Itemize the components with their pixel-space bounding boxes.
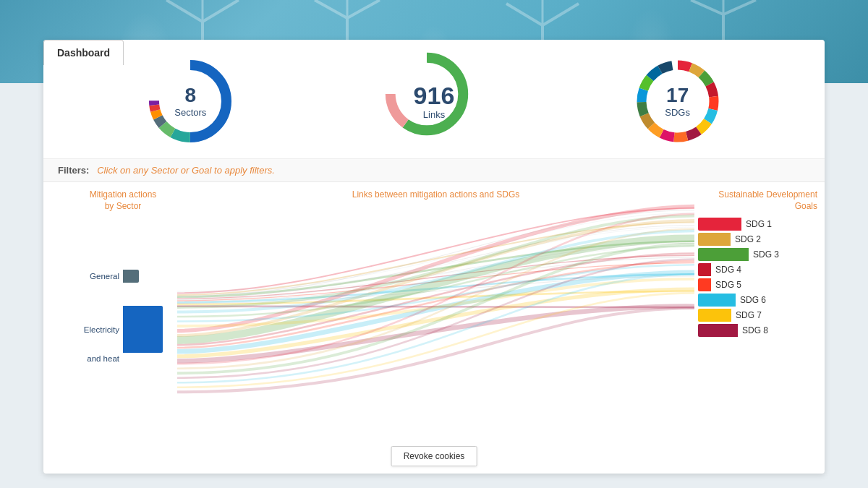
sdgs-label: SDGs bbox=[665, 106, 690, 117]
svg-line-1 bbox=[166, 0, 203, 22]
sdg-4[interactable]: SDG 4 bbox=[694, 263, 825, 276]
svg-line-10 bbox=[542, 4, 579, 25]
filters-label: Filters: bbox=[58, 165, 89, 176]
sectors-number: 8 bbox=[174, 85, 206, 105]
dashboard-tab-label: Dashboard bbox=[57, 47, 110, 59]
sector-electricity[interactable]: Electricity and heat bbox=[54, 306, 177, 363]
svg-line-9 bbox=[506, 4, 542, 25]
sector-list: General Electricity and heat bbox=[54, 270, 177, 363]
sdg-1[interactable]: SDG 1 bbox=[694, 218, 825, 231]
svg-line-14 bbox=[723, 0, 756, 14]
sankey-right-title: Sustainable Development Goals bbox=[694, 189, 825, 212]
sankey-middle: Links between mitigation actions and SDG… bbox=[177, 189, 694, 453]
sector-general[interactable]: General bbox=[54, 270, 177, 283]
sdg-6[interactable]: SDG 6 bbox=[694, 294, 825, 307]
sdg-5[interactable]: SDG 5 bbox=[694, 278, 825, 291]
sdgs-donut[interactable]: 17 SDGs bbox=[631, 54, 725, 148]
main-card: 8 Sectors 916 Links bbox=[43, 40, 825, 474]
sankey-area: Mitigation actions by Sector General Ele… bbox=[43, 182, 825, 453]
links-number: 916 bbox=[414, 82, 455, 107]
links-donut[interactable]: 916 Links bbox=[380, 47, 488, 155]
svg-line-5 bbox=[315, 0, 347, 18]
stats-row: 8 Sectors 916 Links bbox=[43, 40, 825, 159]
filters-hint: Click on any Sector or Goal to apply fil… bbox=[97, 165, 275, 176]
sankey-right: Sustainable Development Goals SDG 1 SDG … bbox=[694, 189, 825, 453]
dashboard-tab[interactable]: Dashboard bbox=[43, 40, 124, 65]
sdgs-number: 17 bbox=[665, 85, 690, 105]
sankey-left: Mitigation actions by Sector General Ele… bbox=[43, 189, 177, 453]
svg-line-6 bbox=[347, 0, 380, 18]
sankey-flows bbox=[177, 189, 694, 453]
sector-bar-general bbox=[123, 270, 139, 283]
sectors-label: Sectors bbox=[174, 106, 206, 117]
sankey-left-title: Mitigation actions by Sector bbox=[54, 189, 177, 212]
sdg-7[interactable]: SDG 7 bbox=[694, 309, 825, 322]
links-label: Links bbox=[414, 108, 455, 119]
sector-bar-electricity bbox=[123, 306, 163, 353]
sectors-donut[interactable]: 8 Sectors bbox=[143, 54, 237, 148]
sdg-3[interactable]: SDG 3 bbox=[694, 248, 825, 261]
svg-line-13 bbox=[691, 0, 723, 14]
revoke-cookies-button[interactable]: Revoke cookies bbox=[391, 446, 477, 466]
sdg-8[interactable]: SDG 8 bbox=[694, 324, 825, 337]
sdg-list: SDG 1 SDG 2 SDG 3 SDG 4 SDG 5 bbox=[694, 218, 825, 337]
sdg-2[interactable]: SDG 2 bbox=[694, 233, 825, 246]
svg-line-2 bbox=[203, 0, 239, 22]
filters-row: Filters: Click on any Sector or Goal to … bbox=[43, 159, 825, 182]
